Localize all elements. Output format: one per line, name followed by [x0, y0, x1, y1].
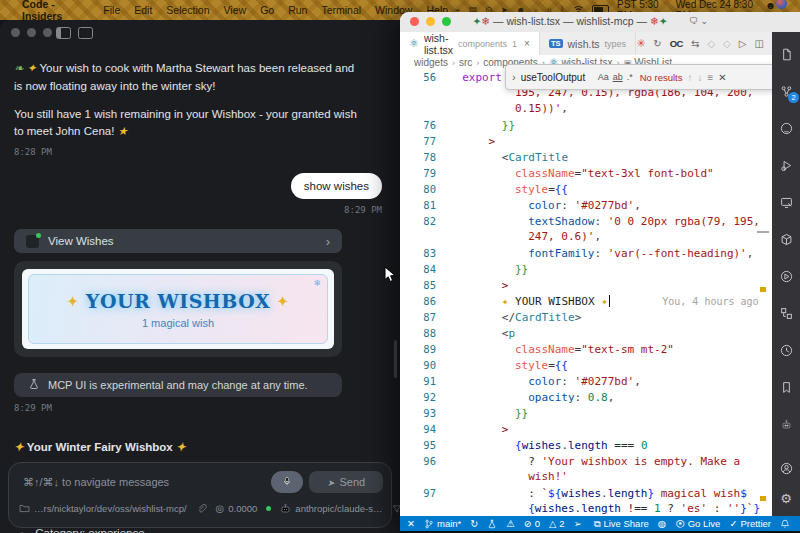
activity-graph-icon[interactable]: 2 [778, 83, 794, 99]
tab-wish-list-tsx[interactable]: ⚛ wish-list.tsx components 1 × [400, 32, 540, 55]
code-line-93[interactable]: 93}} [400, 405, 772, 421]
code-line-91[interactable]: 91color: '#0277bd', [400, 373, 772, 389]
activity-settings-icon[interactable]: ⚙ [778, 490, 794, 506]
code-line-97[interactable]: 97: `${wishes.length} magical wish$ [400, 485, 772, 501]
activity-clock-icon[interactable] [778, 342, 794, 358]
menu-file[interactable]: File [103, 4, 120, 16]
breadcrumb-widgets[interactable]: widgets [414, 57, 448, 68]
status-branch[interactable]: main* [424, 518, 461, 529]
siri-icon[interactable] [776, 0, 787, 11]
feedback-icon[interactable]: 🗨 ⌄ [689, 16, 708, 26]
menu-run[interactable]: Run [288, 4, 307, 16]
next-match-icon[interactable]: ↓ [697, 72, 702, 83]
activity-debug-icon[interactable] [778, 157, 794, 173]
activity-screen-icon[interactable] [778, 194, 794, 210]
status-sync[interactable]: ↻ [470, 519, 478, 529]
breadcrumb-src[interactable]: src [459, 57, 472, 68]
code-line-90[interactable]: 90style={{ [400, 357, 772, 373]
activity-account-icon[interactable] [778, 460, 794, 476]
code-line-87[interactable]: 87</CardTitle> [400, 309, 772, 325]
menu-selection[interactable]: Selection [166, 4, 209, 16]
code-line-wrap[interactable]: wish!' [400, 469, 772, 485]
whole-word-toggle[interactable]: ab [613, 72, 623, 82]
status-cookie[interactable]: ◍ [658, 519, 666, 529]
green-dot-meta[interactable] [266, 506, 271, 511]
activity-package-icon[interactable] [778, 231, 794, 247]
playcircle-icon[interactable]: ▷ [739, 38, 747, 49]
dim-icon[interactable]: ◇ [707, 38, 715, 49]
status-warning[interactable]: △2 [549, 518, 565, 529]
activity-bookmark-icon[interactable] [778, 379, 794, 395]
code-line-77[interactable]: 77> [400, 133, 772, 149]
activity-github-icon[interactable] [778, 120, 794, 136]
scrollbar-marker[interactable] [757, 231, 769, 233]
code-line-86[interactable]: 86✦ YOUR WISHBOX ✦You, 4 hours ago [400, 293, 772, 309]
code-line-wrap[interactable]: {wishes.length !== 1 ? 'es' : ''}`} [400, 501, 772, 516]
user-icon[interactable]: ☻ [765, 0, 776, 11]
regex-toggle[interactable]: .* [627, 72, 633, 82]
code-line-94[interactable]: 94> [400, 421, 772, 437]
activity-file-icon[interactable] [778, 46, 794, 62]
close-tab-icon[interactable]: × [524, 38, 530, 49]
code-line-wrap[interactable]: 247, 0.6)', [400, 229, 772, 245]
robot-meta[interactable]: anthropic/claude-s… [280, 503, 382, 514]
code-line-81[interactable]: 81color: '#0277bd', [400, 197, 772, 213]
code-line-83[interactable]: 83fontFamily: 'var(--font-heading)', [400, 245, 772, 261]
status-rocket[interactable]: ➢ [574, 519, 582, 529]
find-input[interactable]: useToolOutput [521, 72, 593, 83]
folder-meta[interactable]: …rs/nicktaylor/dev/oss/wishlist-mcp/ [19, 503, 187, 514]
activity-components-icon[interactable] [778, 305, 794, 321]
toggle-replace-icon[interactable]: › [512, 71, 516, 83]
oc-icon[interactable]: OC [670, 38, 683, 49]
message-composer[interactable]: ⌘↑/⌘↓ to navigate messages ➤ Send …rs/ni… [8, 462, 392, 528]
code-line-79[interactable]: 79className="text-3xl font-bold" [400, 165, 772, 181]
sidebar-toggle-icon[interactable] [56, 27, 71, 39]
hotreload-icon[interactable]: ✳ [636, 38, 645, 49]
menu-terminal[interactable]: Terminal [321, 4, 361, 16]
code-editor[interactable]: widgets›src›components›⚛ wish-list.tsx›▣… [400, 55, 772, 516]
token-meta[interactable]: ◎0.0000 [216, 503, 258, 514]
status-check[interactable]: ✓Prettier [729, 518, 771, 529]
paperclip-meta[interactable] [196, 503, 207, 514]
match-case-toggle[interactable]: Aa [598, 72, 609, 82]
zoom-window-button[interactable] [43, 28, 52, 37]
code-line-wrap[interactable]: 0.15))', [400, 101, 772, 117]
tab-wish-ts[interactable]: TS wish.ts types [540, 32, 636, 55]
app-menu-title[interactable]: Code - Insiders [22, 0, 92, 22]
code-content[interactable]: 56export fu195, 247, 0.15), rgba(186, 10… [400, 69, 772, 516]
wishbox-widget[interactable]: ❄ ✦ YOUR WISHBOX ✦ 1 magical wish [28, 274, 328, 344]
code-line-89[interactable]: 89className="text-sm mt-2" [400, 341, 772, 357]
status-share[interactable]: ⧉Live Share [594, 518, 649, 529]
menu-edit[interactable]: Edit [134, 4, 152, 16]
code-line-78[interactable]: 78<CardTitle [400, 149, 772, 165]
history-icon[interactable]: ↻ [653, 38, 661, 49]
code-line-76[interactable]: 76}} [400, 117, 772, 133]
status-broadcast[interactable]: ⦿Go Live [675, 518, 720, 529]
split-icon[interactable]: ◫ [754, 38, 763, 49]
code-line-88[interactable]: 88<p [400, 325, 772, 341]
close-find-icon[interactable]: ✕ [718, 72, 726, 83]
activity-pointer-icon[interactable] [778, 268, 794, 284]
composer-placeholder[interactable]: ⌘↑/⌘↓ to navigate messages [23, 476, 169, 489]
dim-icon[interactable]: ◇ [723, 38, 731, 49]
find-widget[interactable]: › useToolOutput Aa ab .* No results ↑ ↓ … [505, 64, 772, 90]
close-window-button[interactable] [11, 28, 20, 37]
code-line-85[interactable]: 85> [400, 277, 772, 293]
code-line-96[interactable]: 96? 'Your wishbox is empty. Make a [400, 453, 772, 469]
code-line-84[interactable]: 84}} [400, 261, 772, 277]
minimize-window-button[interactable] [27, 28, 36, 37]
menu-view[interactable]: View [224, 4, 247, 16]
send-button[interactable]: ➤ Send [309, 471, 383, 493]
menu-go[interactable]: Go [260, 4, 274, 16]
activity-robot-icon[interactable] [778, 416, 794, 432]
view-wishes-expander[interactable]: View Wishes › [14, 229, 342, 253]
mic-button[interactable] [271, 471, 303, 493]
code-line-95[interactable]: 95{wishes.length === 0 [400, 437, 772, 453]
status-bell[interactable] [780, 519, 790, 529]
previous-match-icon[interactable]: ↑ [687, 72, 692, 83]
status-alert[interactable]: ⚠ [506, 519, 515, 529]
compare-icon[interactable]: ⇆ [691, 38, 699, 49]
status-close[interactable]: ✕ [407, 519, 415, 529]
chat-scrollbar[interactable] [394, 340, 397, 378]
layout-toggle-icon[interactable] [78, 27, 93, 39]
